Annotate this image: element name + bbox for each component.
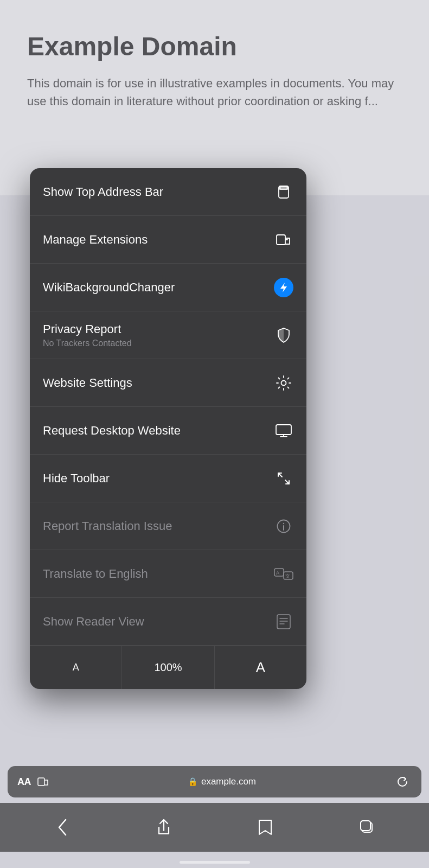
font-decrease-button[interactable]: A — [30, 646, 121, 689]
resize-icon — [274, 469, 293, 488]
svg-text:文: 文 — [285, 573, 290, 579]
privacy-report-label: Privacy Report — [43, 322, 132, 336]
menu-item-translate-to-english[interactable]: Translate to English A 文 — [30, 550, 306, 598]
font-percent-label: 100% — [154, 661, 182, 674]
url-display[interactable]: 🔒 example.com — [188, 776, 256, 787]
info-icon — [274, 516, 293, 536]
font-increase-label: A — [256, 659, 265, 676]
website-settings-label: Website Settings — [43, 376, 132, 390]
desktop-icon — [274, 421, 293, 441]
translate-to-english-label: Translate to English — [43, 567, 148, 581]
report-translation-issue-label: Report Translation Issue — [43, 519, 172, 533]
reader-icon — [274, 612, 293, 631]
phone-top-icon — [274, 182, 293, 202]
privacy-report-sublabel: No Trackers Contacted — [43, 339, 132, 348]
menu-item-show-reader-view[interactable]: Show Reader View — [30, 598, 306, 646]
menu-item-request-desktop-website[interactable]: Request Desktop Website — [30, 407, 306, 455]
svg-text:A: A — [276, 570, 279, 576]
svg-point-13 — [283, 522, 284, 524]
font-decrease-label: A — [73, 662, 79, 673]
home-indicator — [180, 861, 250, 864]
svg-rect-19 — [277, 615, 290, 629]
svg-line-10 — [278, 473, 282, 477]
manage-extensions-label: Manage Extensions — [43, 233, 148, 247]
font-percent-display: 100% — [122, 646, 214, 689]
svg-rect-3 — [277, 235, 285, 245]
menu-item-wiki-background-changer[interactable]: WikiBackgroundChanger — [30, 264, 306, 311]
extensions-small-icon[interactable] — [36, 775, 50, 789]
svg-rect-23 — [38, 778, 44, 786]
extensions-icon — [274, 230, 293, 250]
address-bar[interactable]: AA 🔒 example.com — [8, 766, 421, 797]
show-top-address-bar-label: Show Top Address Bar — [43, 185, 163, 199]
wiki-background-changer-label: WikiBackgroundChanger — [43, 280, 175, 295]
bookmarks-button[interactable] — [252, 814, 279, 841]
share-button[interactable] — [150, 814, 177, 841]
menu-item-website-settings[interactable]: Website Settings — [30, 359, 306, 407]
svg-rect-26 — [361, 821, 370, 831]
popup-menu: Show Top Address Bar Manage Extensions W… — [30, 168, 306, 689]
gear-icon — [274, 373, 293, 393]
font-increase-button[interactable]: A — [215, 646, 306, 689]
translate-icon: A 文 — [274, 564, 293, 584]
tabs-button[interactable] — [354, 814, 381, 841]
bottom-toolbar — [0, 803, 429, 852]
url-text: example.com — [201, 776, 256, 787]
menu-item-hide-toolbar[interactable]: Hide Toolbar — [30, 455, 306, 502]
back-button[interactable] — [48, 814, 75, 841]
svg-line-11 — [285, 480, 289, 484]
lightning-icon — [274, 278, 293, 297]
menu-item-show-top-address-bar[interactable]: Show Top Address Bar — [30, 168, 306, 216]
menu-item-privacy-report[interactable]: Privacy Report No Trackers Contacted — [30, 311, 306, 359]
refresh-button[interactable] — [393, 773, 412, 791]
svg-point-5 — [281, 380, 286, 385]
hide-toolbar-label: Hide Toolbar — [43, 471, 110, 486]
menu-item-report-translation-issue[interactable]: Report Translation Issue — [30, 502, 306, 550]
font-size-row: A 100% A — [30, 646, 306, 689]
request-desktop-website-label: Request Desktop Website — [43, 424, 181, 438]
text-size-button[interactable]: AA — [17, 776, 31, 788]
menu-item-manage-extensions[interactable]: Manage Extensions — [30, 216, 306, 264]
show-reader-view-label: Show Reader View — [43, 615, 144, 629]
shield-icon — [274, 326, 293, 345]
svg-rect-6 — [276, 425, 291, 435]
lock-icon: 🔒 — [188, 777, 198, 787]
